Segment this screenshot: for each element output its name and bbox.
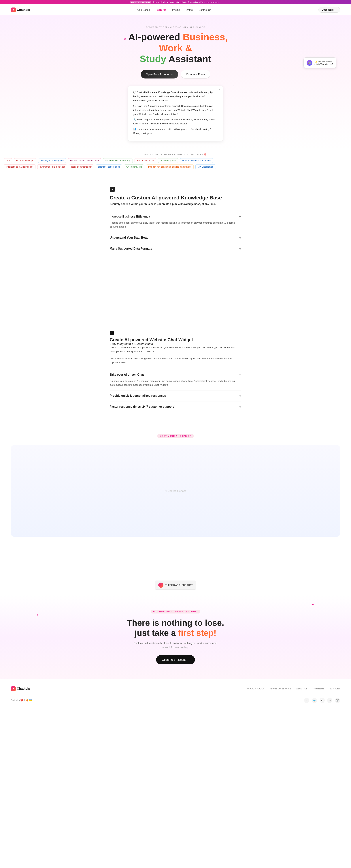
accordion-body-takeover: No need to fully relay on AI, you can ta… <box>110 379 241 387</box>
knowledge-base-section: ✦ Create a Custom AI-powered Knowledge B… <box>104 176 247 265</box>
nav-pricing[interactable]: Pricing <box>172 8 180 11</box>
social-github-icon[interactable]: ⚙ <box>327 698 332 703</box>
accordion-item-faster: Faster response times, 24/7 customer sup… <box>110 401 241 412</box>
beta-badge: OPEN BETA VERSION <box>130 1 151 3</box>
footer-built-with: Built with ❤️ & 🍕 🇺🇦 <box>11 699 32 702</box>
logo[interactable]: ✦ Chathelp <box>11 7 30 12</box>
accordion-icon-formats: + <box>239 247 241 251</box>
file-tag: Publications_Guidelines.pdf <box>4 164 35 169</box>
footer-links: PRIVACY POLICY TERMS OF SERVICE ABOUT US… <box>246 687 340 690</box>
subtitle-bold: your business <box>139 203 156 206</box>
ai-badge-text: THERE'S AN AI FOR THAT <box>165 584 193 586</box>
headline-ai: AI-powered <box>128 32 183 42</box>
cta-headline: There is nothing to lose, just take a fi… <box>5 618 346 638</box>
file-tag: Scanned_Documents.img <box>103 158 133 163</box>
top-banner[interactable]: OPEN BETA VERSION Please click here to c… <box>0 0 351 4</box>
file-tag: Employee_Training.doc <box>38 158 66 163</box>
feature-item-4: 📊 Understand your customers better with … <box>133 127 218 135</box>
file-tags-label: MANY SUPPORTED FILE FORMATS & USE CASES … <box>0 153 351 156</box>
accordion-item-efficiency: Increase Business Efficiency − Reduce ti… <box>110 211 241 232</box>
feature-list: 💬 Chat with Private AI Knowledge Base - … <box>133 90 218 135</box>
feature-popup-card: × 💬 Chat with Private AI Knowledge Base … <box>128 86 223 141</box>
copilot-preview-area: AI Copilot Interface <box>11 445 340 537</box>
navigation: ✦ Chathelp Use Cases Features Pricing De… <box>0 4 351 16</box>
footer: ✦ Chathelp PRIVACY POLICY TERMS OF SERVI… <box>0 679 351 707</box>
file-tag: Human_Resources_CVs.doc <box>180 158 213 163</box>
footer-top: ✦ Chathelp PRIVACY POLICY TERMS OF SERVI… <box>11 686 340 691</box>
footer-link-partners[interactable]: PARTNERS <box>313 687 324 690</box>
footer-logo[interactable]: ✦ Chathelp <box>11 686 30 691</box>
subtitle-normal: Securely share it within <box>110 203 139 206</box>
file-tags-row-2: Publications_Guidelines.pdf summarize_th… <box>0 164 351 173</box>
footer-link-about[interactable]: ABOUT US <box>296 687 308 690</box>
no-commitment-badge: NO COMMITMENT, CANCEL ANYTIME! <box>151 610 200 614</box>
cta-headline-1: There is nothing to lose, <box>127 618 224 627</box>
popup-close-button[interactable]: × <box>219 88 220 91</box>
website-chat-title: Create AI-powered Website Chat Widget <box>110 337 241 342</box>
open-account-button[interactable]: Open Free Account → <box>141 70 178 79</box>
cta-sub-note: → see it & how AI can help. <box>5 646 346 649</box>
logo-icon: ✦ <box>11 7 16 12</box>
accordion-icon-takeover: − <box>239 373 241 377</box>
accordion-label-efficiency: Increase Business Efficiency <box>110 215 150 218</box>
spacer-1 <box>0 265 351 320</box>
footer-link-support[interactable]: SUPPORT <box>329 687 340 690</box>
file-tags-section: MANY SUPPORTED FILE FORMATS & USE CASES … <box>0 150 351 176</box>
website-chat-para1: Create a custom trained AI support chatb… <box>110 346 241 354</box>
social-linkedin-icon[interactable]: in <box>320 698 325 703</box>
dashboard-button[interactable]: Dashboard → <box>318 7 340 12</box>
ai-badge: ✦ THERE'S AN AI FOR THAT <box>155 581 196 590</box>
star-decoration-1: ✦ <box>311 602 314 607</box>
banner-text: Please click here to contact us directly… <box>153 1 221 3</box>
hero-buttons: Open Free Account → Compare Plans <box>4 70 347 79</box>
meet-copilot-label: MEET YOUR AI-COPILOT <box>157 434 194 438</box>
accordion-header-personalized[interactable]: Provide quick & personalized responses + <box>110 394 241 398</box>
social-twitter-icon[interactable]: 🐦 <box>312 698 317 703</box>
nav-features[interactable]: Features <box>156 8 166 11</box>
file-tag: Q4_reports.xlsx <box>124 164 144 169</box>
cta-open-account-button[interactable]: Open Free Account → <box>156 655 195 664</box>
ai-badge-icon: ✦ <box>158 583 164 588</box>
cta-section: ✦ ✦ NO COMMITMENT, CANCEL ANYTIME! There… <box>0 595 351 679</box>
ai-badge-section: ✦ THERE'S AN AI FOR THAT <box>0 573 351 595</box>
accordion-header-takeover[interactable]: Take over AI-driven Chat − <box>110 373 241 377</box>
accordion-item-formats: Many Supported Data Formats + <box>110 243 241 254</box>
footer-social: f 🐦 in ⚙ 💬 <box>304 698 340 703</box>
file-tag: info_for_my_consulting_service_chatbot.p… <box>146 164 194 169</box>
chat-avatar: 🤖 <box>307 60 312 66</box>
accordion-label-formats: Many Supported Data Formats <box>110 247 152 250</box>
accordion-body-efficiency: Reduce time spent on various daily tasks… <box>110 221 241 229</box>
accordion-label-understand: Understand Your Data Better <box>110 236 149 239</box>
accordion-header-faster[interactable]: Faster response times, 24/7 customer sup… <box>110 405 241 409</box>
accordion-header-efficiency[interactable]: Increase Business Efficiency − <box>110 214 241 219</box>
nav-demo[interactable]: Demo <box>186 8 193 11</box>
social-facebook-icon[interactable]: f <box>304 698 309 703</box>
footer-link-terms[interactable]: TERMS OF SERVICE <box>270 687 291 690</box>
section-badge-1: ✦ <box>110 187 115 192</box>
spacer-2 <box>0 537 351 573</box>
file-tag: User_Manuals.pdf <box>14 158 36 163</box>
cta-para: Evaluate full functionality of our AI so… <box>5 642 346 645</box>
nav-links: Use Cases Features Pricing Demo Contact … <box>137 8 211 11</box>
footer-bottom: Built with ❤️ & 🍕 🇺🇦 f 🐦 in ⚙ 💬 <box>11 698 340 703</box>
file-tag: My_Dissertation <box>196 164 216 169</box>
file-tags-row-1: .pdf User_Manuals.pdf Employee_Training.… <box>0 158 351 163</box>
file-tag: summarize_this_book.pdf <box>37 164 67 169</box>
knowledge-base-title: Create a Custom AI-powered Knowledge Bas… <box>110 195 241 201</box>
footer-link-privacy[interactable]: PRIVACY POLICY <box>246 687 265 690</box>
accordion-header-formats[interactable]: Many Supported Data Formats + <box>110 247 241 251</box>
popup-close2-button[interactable]: × <box>232 84 234 87</box>
logo-text: Chathelp <box>17 8 30 12</box>
nav-use-cases[interactable]: Use Cases <box>137 8 150 11</box>
social-discord-icon[interactable]: 💬 <box>335 698 340 703</box>
nav-contact[interactable]: Contact Us <box>199 8 211 11</box>
accordion-header-understand[interactable]: Understand Your Data Better + <box>110 236 241 240</box>
accordion-label-takeover: Take over AI-driven Chat <box>110 373 144 376</box>
section-badge-2: ✦ <box>110 331 114 335</box>
hero-section: POWERED BY OPENAI GPT-4O, GEMINI & CLAUD… <box>0 16 351 150</box>
file-tag: Accounting.xlsx <box>158 158 178 163</box>
file-tag: scientific_papers.edoc <box>96 164 122 169</box>
compare-plans-button[interactable]: Compare Plans <box>181 70 210 79</box>
powered-by-text: POWERED BY OPENAI GPT-4O, GEMINI & CLAUD… <box>4 26 347 28</box>
accordion-item-takeover: Take over AI-driven Chat − No need to fu… <box>110 369 241 390</box>
